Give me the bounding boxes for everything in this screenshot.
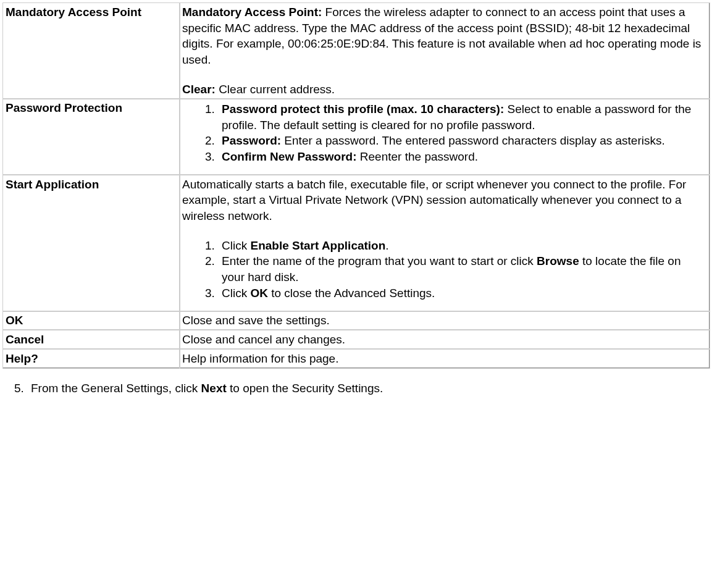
sa-item2-bold: Browse — [537, 254, 579, 267]
table-row: OK Close and save the settings. — [3, 311, 710, 330]
row-label-help: Help? — [3, 349, 180, 368]
table-row: Mandatory Access Point Mandatory Access … — [3, 3, 710, 99]
map-description: Mandatory Access Point: Forces the wirel… — [182, 4, 706, 68]
table-row: Password Protection Password protect thi… — [3, 99, 710, 175]
settings-table: Mandatory Access Point Mandatory Access … — [2, 2, 710, 368]
start-app-intro: Automatically starts a batch file, execu… — [182, 177, 706, 224]
row-desc-mandatory-access-point: Mandatory Access Point: Forces the wirel… — [180, 3, 710, 99]
sa-item3-post: to close the Advanced Settings. — [268, 287, 435, 300]
step-5: From the General Settings, click Next to… — [27, 382, 710, 395]
sa-item3-pre: Click — [222, 287, 250, 300]
list-item: Click Enable Start Application. — [218, 238, 706, 254]
sa-item1-post: . — [385, 239, 388, 252]
pw-item3-text: Reenter the password. — [357, 150, 478, 163]
start-app-list: Click Enable Start Application. Enter th… — [182, 238, 706, 301]
table-row: Help? Help information for this page. — [3, 349, 710, 368]
sa-item3-bold: OK — [250, 287, 268, 300]
row-label-password-protection: Password Protection — [3, 99, 180, 175]
row-desc-help: Help information for this page. — [180, 349, 710, 368]
row-desc-cancel: Close and cancel any changes. — [180, 330, 710, 349]
row-label-mandatory-access-point: Mandatory Access Point — [3, 3, 180, 99]
outer-steps-list: From the General Settings, click Next to… — [2, 382, 710, 395]
row-label-start-application: Start Application — [3, 175, 180, 311]
row-label-cancel: Cancel — [3, 330, 180, 349]
pw-item1-bold: Password protect this profile (max. 10 c… — [222, 103, 504, 116]
password-list: Password protect this profile (max. 10 c… — [182, 101, 706, 165]
row-label-ok: OK — [3, 311, 180, 330]
table-row: Start Application Automatically starts a… — [3, 175, 710, 311]
row-desc-ok: Close and save the settings. — [180, 311, 710, 330]
list-item: Enter the name of the program that you w… — [218, 253, 706, 285]
map-clear: Clear: Clear current address. — [182, 82, 706, 98]
sa-item1-pre: Click — [222, 239, 250, 252]
sa-item1-bold: Enable Start Application — [250, 239, 385, 252]
map-bold-label: Mandatory Access Point: — [182, 6, 322, 19]
footer-bold: Next — [201, 382, 227, 395]
sa-item2-pre: Enter the name of the program that you w… — [222, 254, 537, 267]
pw-item2-bold: Password: — [222, 134, 281, 147]
list-item: Password protect this profile (max. 10 c… — [218, 101, 706, 133]
map-clear-bold: Clear: — [182, 83, 216, 96]
footer-suffix: to open the Security Settings. — [227, 382, 383, 395]
list-item: Confirm New Password: Reenter the passwo… — [218, 149, 706, 165]
list-item: Password: Enter a password. The entered … — [218, 133, 706, 149]
pw-item2-text: Enter a password. The entered password c… — [281, 134, 665, 147]
footer-prefix: From the General Settings, click — [31, 382, 201, 395]
list-item: Click OK to close the Advanced Settings. — [218, 285, 706, 301]
row-desc-password-protection: Password protect this profile (max. 10 c… — [180, 99, 710, 175]
pw-item3-bold: Confirm New Password: — [222, 150, 357, 163]
row-desc-start-application: Automatically starts a batch file, execu… — [180, 175, 710, 311]
table-row: Cancel Close and cancel any changes. — [3, 330, 710, 349]
map-clear-text: Clear current address. — [216, 83, 335, 96]
